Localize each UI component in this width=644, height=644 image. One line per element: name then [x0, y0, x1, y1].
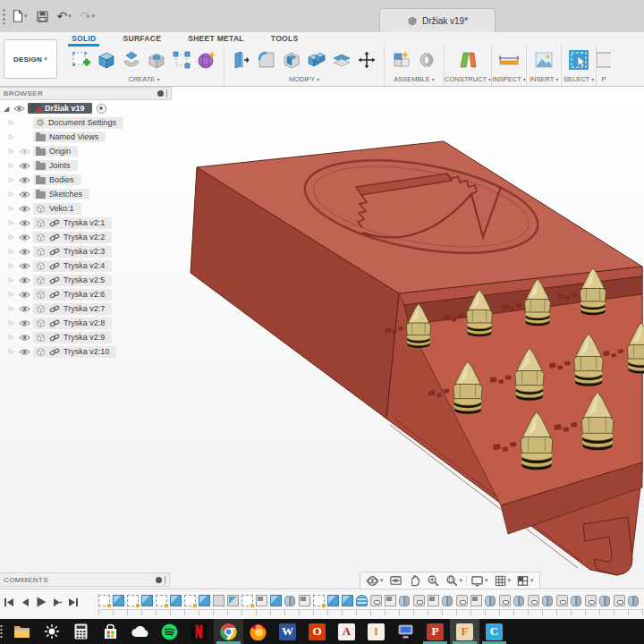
- extrude-button[interactable]: [95, 48, 118, 72]
- timeline-feature-extrude-6[interactable]: [170, 595, 182, 606]
- timeline-feature-extrude-17[interactable]: [327, 595, 339, 606]
- taskbar-spotify-button[interactable]: [155, 619, 184, 644]
- comments-resize-handle[interactable]: [165, 576, 165, 584]
- timeline-feature-component-29[interactable]: [499, 595, 511, 606]
- timeline-feature-revolve-10[interactable]: [227, 595, 239, 606]
- offset-face-button[interactable]: [330, 48, 353, 72]
- expand-arrow-icon[interactable]: ▷: [7, 291, 16, 298]
- browser-item-bodies[interactable]: ▷Bodies: [0, 173, 172, 187]
- timeline-feature-joint-38[interactable]: [628, 595, 640, 606]
- expand-arrow-icon[interactable]: ▷: [7, 176, 16, 183]
- taskbar-autocad-button[interactable]: A: [332, 619, 361, 644]
- expand-arrow-icon[interactable]: ▷: [7, 205, 16, 212]
- move-button[interactable]: [355, 48, 378, 72]
- visibility-eye-icon[interactable]: [19, 248, 30, 256]
- browser-item-tryska-v2-3[interactable]: ▷Tryska v2:3: [0, 244, 172, 258]
- timeline-feature-flag-12[interactable]: [256, 595, 267, 606]
- taskbar-inventor-button[interactable]: I: [361, 619, 391, 644]
- taskbar-brightness-button[interactable]: M: [37, 619, 66, 644]
- taskbar-remote-desktop-button[interactable]: [391, 619, 420, 644]
- section-label-create[interactable]: CREATE ▾: [129, 75, 160, 86]
- expand-arrow-icon[interactable]: ▷: [7, 248, 16, 255]
- taskbar-netflix-button[interactable]: [184, 619, 214, 644]
- timeline-feature-flag-24[interactable]: [428, 595, 439, 606]
- expand-arrow-icon[interactable]: ▷: [7, 262, 16, 269]
- timeline-feature-body-9[interactable]: [213, 595, 225, 606]
- timeline-feature-component-26[interactable]: [456, 595, 468, 606]
- construction-plane-button[interactable]: [456, 48, 479, 72]
- activate-component-radio[interactable]: [97, 104, 106, 114]
- timeline-feature-joint-34[interactable]: [571, 595, 582, 606]
- new-component-button[interactable]: [390, 48, 413, 72]
- browser-resize-handle[interactable]: [166, 89, 167, 97]
- visibility-eye-icon[interactable]: [19, 148, 30, 156]
- visibility-eye-icon[interactable]: [19, 319, 30, 327]
- expand-arrow-icon[interactable]: ▷: [7, 148, 16, 155]
- visibility-eye-icon[interactable]: [19, 334, 30, 342]
- browser-item-tryska-v2-6[interactable]: ▷Tryska v2:6: [0, 287, 172, 301]
- toolbar-grip-icon[interactable]: [2, 8, 6, 24]
- fillet-button[interactable]: [255, 48, 278, 72]
- orbit-button[interactable]: ▾: [364, 573, 386, 589]
- press-pull-button[interactable]: [230, 48, 253, 72]
- workspace-switcher[interactable]: DESIGN ▾: [4, 39, 57, 79]
- browser-item-tryska-v2-10[interactable]: ▷Tryska v2:10: [0, 344, 172, 359]
- timeline-feature-component-20[interactable]: [370, 595, 382, 606]
- timeline-ruler[interactable]: [98, 609, 644, 615]
- viewports-button[interactable]: ▾: [514, 573, 536, 589]
- collapse-arrow-icon[interactable]: ◢: [2, 105, 11, 113]
- browser-item-tryska-v2-5[interactable]: ▷Tryska v2:5: [0, 273, 172, 287]
- expand-arrow-icon[interactable]: ▷: [7, 133, 16, 140]
- timeline-feature-extrude-13[interactable]: [270, 595, 282, 606]
- timeline-feature-component-23[interactable]: [413, 595, 425, 606]
- timeline-feature-extrude-18[interactable]: [342, 595, 353, 606]
- measure-button[interactable]: [497, 48, 521, 72]
- create-sketch-button[interactable]: [70, 48, 93, 72]
- display-settings-button[interactable]: ▾: [469, 573, 490, 589]
- browser-item-veko-1[interactable]: ▷Veko:1: [0, 201, 172, 216]
- hole-button[interactable]: [145, 48, 168, 72]
- expand-arrow-icon[interactable]: ▷: [7, 162, 16, 169]
- browser-item-tryska-v2-9[interactable]: ▷Tryska v2:9: [0, 330, 172, 344]
- browser-item-root[interactable]: ◢Držiak v19: [0, 101, 172, 115]
- visibility-eye-icon[interactable]: [19, 262, 30, 270]
- timeline-feature-joint-32[interactable]: [542, 595, 554, 606]
- section-label-insert[interactable]: INSERT ▾: [530, 75, 558, 86]
- taskbar-office-button[interactable]: O: [302, 619, 332, 644]
- timeline-feature-flag-15[interactable]: [299, 595, 310, 606]
- taskbar-firefox-button[interactable]: [243, 619, 273, 644]
- browser-item-tryska-v2-1[interactable]: ▷Tryska v2:1: [0, 216, 172, 230]
- taskbar-word-button[interactable]: W: [273, 619, 302, 644]
- taskbar-microsoft-store-button[interactable]: [96, 619, 125, 644]
- expand-arrow-icon[interactable]: ▷: [7, 348, 16, 355]
- browser-collapse-button[interactable]: [157, 90, 164, 97]
- timeline-feature-joint-22[interactable]: [399, 595, 411, 606]
- timeline-feature-joint-14[interactable]: [284, 595, 296, 606]
- visibility-eye-icon[interactable]: [19, 348, 30, 356]
- timeline-feature-joint-30[interactable]: [513, 595, 525, 606]
- timeline-feature-flag-27[interactable]: [470, 595, 482, 606]
- create-form-button[interactable]: [195, 48, 218, 72]
- pan-button[interactable]: [406, 573, 423, 589]
- taskbar-calculator-button[interactable]: [66, 619, 96, 644]
- tab-tools[interactable]: TOOLS: [269, 33, 301, 45]
- expand-arrow-icon[interactable]: ▷: [7, 305, 16, 312]
- visibility-eye-icon[interactable]: [19, 219, 30, 227]
- timeline-feature-coil-19[interactable]: [356, 595, 368, 606]
- expand-arrow-icon[interactable]: ▷: [7, 334, 16, 341]
- timeline-feature-sketch-11[interactable]: [242, 595, 253, 606]
- go-to-end-button[interactable]: [68, 597, 79, 607]
- save-button[interactable]: [34, 9, 51, 24]
- tab-surface[interactable]: SURFACE: [121, 33, 163, 45]
- browser-item-origin[interactable]: ▷Origin: [0, 144, 172, 158]
- timeline-feature-component-35[interactable]: [585, 595, 597, 606]
- taskbar-fusion-360-button[interactable]: F: [450, 619, 479, 644]
- file-menu-button[interactable]: ▾: [10, 8, 30, 24]
- browser-item-document-settings[interactable]: ▷⚙Document Settings: [0, 115, 172, 130]
- browser-item-joints[interactable]: ▷Joints: [0, 158, 172, 173]
- combine-button[interactable]: [305, 48, 328, 72]
- visibility-eye-icon[interactable]: [19, 276, 30, 284]
- shell-button[interactable]: [280, 48, 303, 72]
- timeline-feature-joint-36[interactable]: [599, 595, 611, 606]
- revolve-button[interactable]: [120, 48, 143, 72]
